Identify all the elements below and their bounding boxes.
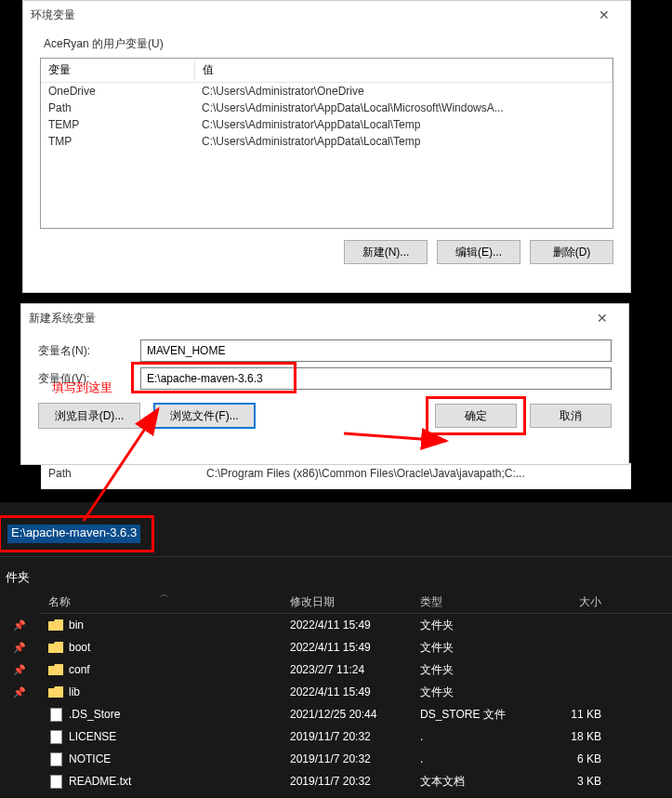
file-type: 文件夹 [420,685,546,700]
pin-icon: 📌 [0,686,39,698]
file-date: 2019/11/7 20:32 [290,752,420,765]
file-name: lib [69,685,80,698]
separator [0,556,672,557]
col-val[interactable]: 值 [194,59,613,83]
file-row[interactable]: 📌bin2022/4/11 15:49文件夹 [0,614,672,636]
file-date: 2023/2/7 11:24 [290,663,420,676]
table-row[interactable]: OneDriveC:\Users\Administrator\OneDrive [41,83,613,100]
file-name: bin [69,618,84,632]
file-type: . [420,752,546,765]
col-size-header[interactable]: 大小 [546,594,620,610]
user-vars-group: AceRyan 的用户变量(U) 变量 值 OneDriveC:\Users\A… [40,36,613,264]
pin-icon: 📌 [0,642,39,654]
file-name: LICENSE [69,730,116,743]
sort-arrow-icon: ︿ [160,588,169,601]
file-row[interactable]: 📌lib2022/4/11 15:49文件夹 [0,681,672,703]
file-row[interactable]: 📌boot2022/4/11 15:49文件夹 [0,636,672,658]
file-date: 2021/12/25 20:44 [290,708,420,721]
var-value-input[interactable] [140,367,612,390]
file-type: 文本文档 [420,774,546,790]
file-date: 2022/4/11 15:49 [290,618,420,632]
file-name: boot [69,641,90,654]
file-type: 文件夹 [420,618,546,633]
file-size: 6 KB [546,752,620,765]
table-row[interactable]: TEMPC:\Users\Administrator\AppData\Local… [41,116,613,133]
file-row[interactable]: NOTICE2019/11/7 20:32.6 KB [0,748,672,770]
new-dialog-buttons: 浏览目录(D)... 浏览文件(F)... 确定 取消 [38,403,612,429]
file-row[interactable]: 📌conf2023/2/7 11:24文件夹 [0,658,672,681]
file-date: 2019/11/7 20:32 [290,775,420,788]
close-icon[interactable]: ✕ [586,1,623,29]
file-row[interactable]: LICENSE2019/11/7 20:32.18 KB [0,725,672,748]
ok-button[interactable]: 确定 [435,404,517,428]
var-name-row: 变量名(N): [38,339,612,362]
pin-icon: 📌 [0,619,39,632]
file-date: 2022/4/11 15:49 [290,641,420,654]
file-size: 18 KB [546,730,620,743]
file-type: 文件夹 [420,640,546,656]
file-icon [48,708,63,721]
annotation-text: 填写到这里 [52,379,112,396]
file-icon [48,730,63,743]
folder-icon [48,618,63,632]
file-type: 文件夹 [420,662,546,678]
file-name: .DS_Store [69,708,120,721]
close-icon[interactable]: ✕ [584,304,621,332]
file-list-header: ︿ 名称 修改日期 类型 大小 [39,592,672,614]
cancel-button[interactable]: 取消 [530,404,612,428]
svg-rect-3 [50,708,61,721]
file-date: 2019/11/7 20:32 [290,730,420,743]
svg-rect-4 [50,730,61,743]
file-explorer: E:\apache-maven-3.6.3 件夹 ︿ 名称 修改日期 类型 大小… [0,502,672,798]
folder-icon [48,685,63,698]
pin-icon: 📌 [0,664,39,676]
var-value-row: 变量值(V): [38,367,612,390]
var-name-label: 变量名(N): [38,343,140,359]
file-row[interactable]: .DS_Store2021/12/25 20:44DS_STORE 文件11 K… [0,703,672,725]
user-vars-table[interactable]: 变量 值 OneDriveC:\Users\Administrator\OneD… [40,58,613,229]
new-titlebar: 新建系统变量 ✕ [21,304,628,332]
address-bar[interactable]: E:\apache-maven-3.6.3 [7,525,140,543]
system-vars-partial: PathC:\Program Files (x86)\Common Files\… [41,463,631,489]
col-var[interactable]: 变量 [41,59,194,83]
file-size: 11 KB [546,708,620,721]
svg-rect-5 [50,752,61,765]
file-row[interactable]: README.txt2019/11/7 20:32文本文档3 KB [0,770,672,792]
file-name: NOTICE [69,752,111,765]
folder-icon [48,663,63,676]
file-list: 📌bin2022/4/11 15:49文件夹📌boot2022/4/11 15:… [0,614,672,792]
env-variables-dialog: 环境变量 ✕ AceRyan 的用户变量(U) 变量 值 OneDriveC:\… [22,0,631,293]
file-icon [48,775,63,788]
var-name-input[interactable] [140,339,612,362]
file-name: README.txt [69,775,131,788]
user-vars-buttons: 新建(N)... 编辑(E)... 删除(D) [40,240,613,264]
new-title: 新建系统变量 [29,311,96,326]
file-type: . [420,730,546,743]
user-vars-label: AceRyan 的用户变量(U) [40,36,613,52]
col-type-header[interactable]: 类型 [420,594,546,610]
delete-button[interactable]: 删除(D) [530,240,613,264]
svg-rect-6 [50,775,61,788]
browse-dir-button[interactable]: 浏览目录(D)... [38,403,140,429]
folder-group-label: 件夹 [0,569,30,586]
table-row[interactable]: TMPC:\Users\Administrator\AppData\Local\… [41,133,613,150]
table-row[interactable]: PathC:\Users\Administrator\AppData\Local… [41,100,613,116]
file-icon [48,752,63,765]
file-date: 2022/4/11 15:49 [290,685,420,698]
env-title: 环境变量 [31,7,75,23]
env-titlebar: 环境变量 ✕ [23,1,630,29]
file-type: DS_STORE 文件 [420,707,546,723]
col-date-header[interactable]: 修改日期 [290,594,420,610]
file-name: conf [69,663,90,676]
edit-button[interactable]: 编辑(E)... [437,240,520,264]
file-size: 3 KB [546,775,620,788]
folder-icon [48,641,63,654]
new-button[interactable]: 新建(N)... [344,240,428,264]
browse-file-button[interactable]: 浏览文件(F)... [153,403,256,429]
